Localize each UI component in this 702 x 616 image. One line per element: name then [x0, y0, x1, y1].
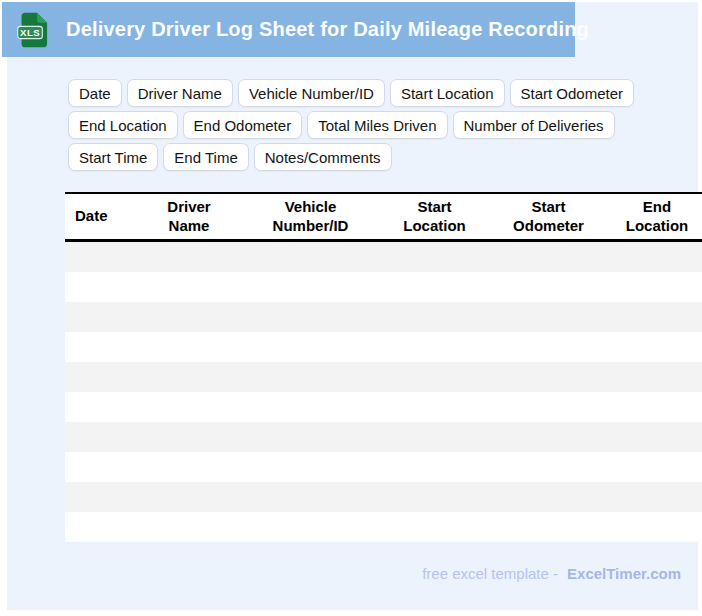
table-cell	[494, 332, 603, 362]
page: XLS Delivery Driver Log Sheet for Daily …	[0, 0, 702, 616]
table-cell	[246, 392, 375, 422]
table-cell	[603, 512, 702, 542]
chip-vehicle-number-id[interactable]: Vehicle Number/ID	[238, 79, 385, 107]
table-cell	[65, 302, 132, 332]
table-cell	[375, 422, 494, 452]
log-table-grid: DateDriver NameVehicle Number/IDStart Lo…	[65, 192, 702, 542]
table-cell	[375, 392, 494, 422]
footer: free excel template - ExcelTimer.com	[422, 565, 681, 582]
table-cell	[246, 362, 375, 392]
column-chip-list: DateDriver NameVehicle Number/IDStart Lo…	[68, 79, 702, 171]
table-cell	[494, 422, 603, 452]
table-cell	[65, 422, 132, 452]
chip-notes-comments[interactable]: Notes/Comments	[254, 143, 392, 171]
column-header: Date	[65, 193, 132, 241]
chip-total-miles-driven[interactable]: Total Miles Driven	[307, 111, 447, 139]
column-header: Vehicle Number/ID	[246, 193, 375, 241]
table-cell	[132, 332, 246, 362]
table-cell	[246, 512, 375, 542]
chip-number-of-deliveries[interactable]: Number of Deliveries	[453, 111, 615, 139]
table-cell	[603, 332, 702, 362]
table-cell	[132, 272, 246, 302]
footer-brand-link[interactable]: ExcelTimer.com	[567, 565, 681, 582]
table-cell	[494, 272, 603, 302]
column-header: Start Location	[375, 193, 494, 241]
log-table-body	[65, 241, 702, 543]
table-cell	[494, 482, 603, 512]
table-cell	[375, 302, 494, 332]
table-cell	[494, 452, 603, 482]
table-cell	[603, 482, 702, 512]
table-row	[65, 302, 702, 332]
xls-badge-label: XLS	[20, 26, 40, 37]
chip-start-location[interactable]: Start Location	[390, 79, 505, 107]
table-cell	[375, 452, 494, 482]
table-cell	[246, 272, 375, 302]
table-cell	[375, 241, 494, 273]
table-cell	[246, 422, 375, 452]
table-cell	[132, 422, 246, 452]
table-cell	[246, 241, 375, 273]
footer-label: free excel template -	[422, 565, 558, 582]
table-cell	[246, 452, 375, 482]
table-cell	[603, 302, 702, 332]
table-cell	[603, 362, 702, 392]
chip-end-location[interactable]: End Location	[68, 111, 178, 139]
column-header: Start Odometer	[494, 193, 603, 241]
table-cell	[132, 362, 246, 392]
table-cell	[246, 482, 375, 512]
table-cell	[132, 241, 246, 273]
table-cell	[375, 362, 494, 392]
table-cell	[132, 302, 246, 332]
log-table: DateDriver NameVehicle Number/IDStart Lo…	[65, 192, 679, 542]
folded-corner	[37, 12, 47, 22]
table-cell	[603, 241, 702, 273]
chip-driver-name[interactable]: Driver Name	[127, 79, 233, 107]
page-title: Delivery Driver Log Sheet for Daily Mile…	[66, 18, 589, 41]
table-cell	[603, 392, 702, 422]
chip-end-odometer[interactable]: End Odometer	[183, 111, 303, 139]
table-cell	[65, 512, 132, 542]
table-cell	[65, 452, 132, 482]
table-cell	[132, 452, 246, 482]
table-header-row: DateDriver NameVehicle Number/IDStart Lo…	[65, 193, 702, 241]
table-cell	[603, 422, 702, 452]
table-cell	[132, 392, 246, 422]
xls-file-icon: XLS	[17, 11, 48, 49]
chip-end-time[interactable]: End Time	[163, 143, 248, 171]
chip-start-odometer[interactable]: Start Odometer	[510, 79, 635, 107]
table-cell	[494, 362, 603, 392]
table-row	[65, 512, 702, 542]
table-cell	[494, 302, 603, 332]
table-cell	[375, 482, 494, 512]
column-header: End Location	[603, 193, 702, 241]
table-cell	[494, 241, 603, 273]
table-cell	[375, 512, 494, 542]
table-cell	[65, 332, 132, 362]
table-cell	[603, 272, 702, 302]
table-cell	[65, 392, 132, 422]
table-cell	[375, 272, 494, 302]
table-cell	[65, 241, 132, 273]
chip-date[interactable]: Date	[68, 79, 122, 107]
table-row	[65, 482, 702, 512]
table-cell	[494, 512, 603, 542]
table-row	[65, 332, 702, 362]
table-cell	[494, 392, 603, 422]
table-row	[65, 272, 702, 302]
table-cell	[65, 272, 132, 302]
table-cell	[132, 512, 246, 542]
table-cell	[132, 482, 246, 512]
table-row	[65, 362, 702, 392]
table-cell	[603, 452, 702, 482]
table-cell	[65, 362, 132, 392]
table-row	[65, 241, 702, 273]
chip-start-time[interactable]: Start Time	[68, 143, 158, 171]
table-cell	[65, 482, 132, 512]
table-row	[65, 422, 702, 452]
header-bar: XLS Delivery Driver Log Sheet for Daily …	[2, 2, 575, 57]
table-cell	[246, 302, 375, 332]
table-cell	[246, 332, 375, 362]
table-row	[65, 452, 702, 482]
column-header: Driver Name	[132, 193, 246, 241]
